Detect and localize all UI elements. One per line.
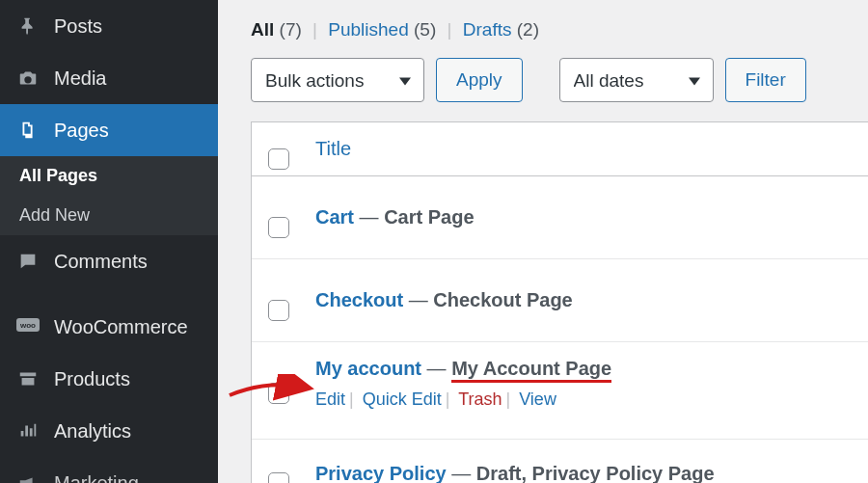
row-action-view[interactable]: View <box>519 389 556 409</box>
filter-published[interactable]: Published <box>328 19 414 40</box>
megaphone-icon <box>15 470 41 483</box>
status-filter-links: All (7) | Published (5) | Drafts (2) <box>218 0 868 48</box>
sidebar-label: Marketing <box>54 472 139 484</box>
sidebar-label: Media <box>54 67 106 90</box>
camera-icon <box>15 66 41 91</box>
table-row: Cart — Cart Page <box>252 176 868 259</box>
archive-icon <box>15 366 41 391</box>
sidebar-sub-all-pages[interactable]: All Pages <box>0 156 218 196</box>
row-action-edit[interactable]: Edit <box>315 389 345 409</box>
page-link[interactable]: My account <box>315 358 421 379</box>
pin-icon <box>15 13 41 39</box>
row-actions: Edit| Quick Edit| Trash| View <box>315 389 858 410</box>
bars-icon <box>15 418 41 443</box>
sidebar-item-media[interactable]: Media <box>0 52 218 104</box>
sidebar-item-woocommerce[interactable]: woo WooCommerce <box>0 301 218 353</box>
sidebar-item-products[interactable]: Products <box>0 353 218 405</box>
bulk-actions-select[interactable]: Bulk actions <box>251 58 424 102</box>
date-filter-select[interactable]: All dates <box>559 58 714 102</box>
svg-text:woo: woo <box>19 321 36 330</box>
row-action-trash[interactable]: Trash <box>458 389 502 409</box>
sidebar-label: Products <box>54 368 130 390</box>
sidebar-label: Comments <box>54 251 148 273</box>
sidebar-item-posts[interactable]: Posts <box>0 0 218 52</box>
table-row: My account — My Account Page Edit| Quick… <box>252 342 868 440</box>
row-checkbox[interactable] <box>268 300 289 321</box>
sidebar-item-analytics[interactable]: Analytics <box>0 405 218 457</box>
select-all-checkbox[interactable] <box>268 148 289 170</box>
sidebar-label: Pages <box>54 120 109 142</box>
toolbar: Bulk actions Apply All dates Filter <box>218 48 868 121</box>
pages-table: Title Cart — Cart Page Checkout — Checko… <box>251 121 868 483</box>
sidebar-item-pages[interactable]: Pages <box>0 104 218 156</box>
row-checkbox[interactable] <box>268 217 289 238</box>
filter-button[interactable]: Filter <box>725 58 806 102</box>
sidebar-item-comments[interactable]: Comments <box>0 235 218 287</box>
table-row: Privacy Policy — Draft, Privacy Policy P… <box>252 440 868 483</box>
admin-sidebar: Posts Media Pages All Pages Add New Comm… <box>0 0 218 483</box>
column-header-title[interactable]: Title <box>315 138 351 159</box>
apply-button[interactable]: Apply <box>436 58 523 102</box>
row-checkbox[interactable] <box>268 383 289 404</box>
page-link[interactable]: Checkout <box>315 289 403 310</box>
page-link[interactable]: Privacy Policy <box>315 463 447 484</box>
chat-icon <box>15 249 41 274</box>
sidebar-item-marketing[interactable]: Marketing <box>0 457 218 483</box>
filter-all[interactable]: All (7) <box>251 19 307 40</box>
page-link[interactable]: Cart <box>315 206 354 228</box>
sidebar-submenu: All Pages Add New <box>0 156 218 235</box>
woo-icon: woo <box>15 314 41 339</box>
sidebar-sub-add-new[interactable]: Add New <box>0 196 218 235</box>
table-row: Checkout — Checkout Page <box>252 259 868 342</box>
sidebar-label: WooCommerce <box>54 316 188 338</box>
row-checkbox[interactable] <box>268 472 289 483</box>
table-header: Title <box>252 122 868 176</box>
pages-icon <box>15 118 41 143</box>
sidebar-label: Posts <box>54 15 102 38</box>
filter-drafts[interactable]: Drafts <box>463 19 517 40</box>
main-content: All (7) | Published (5) | Drafts (2) Bul… <box>218 0 868 483</box>
row-action-quick-edit[interactable]: Quick Edit <box>363 389 442 409</box>
highlighted-suffix: My Account Page <box>451 358 611 383</box>
sidebar-label: Analytics <box>54 420 131 443</box>
